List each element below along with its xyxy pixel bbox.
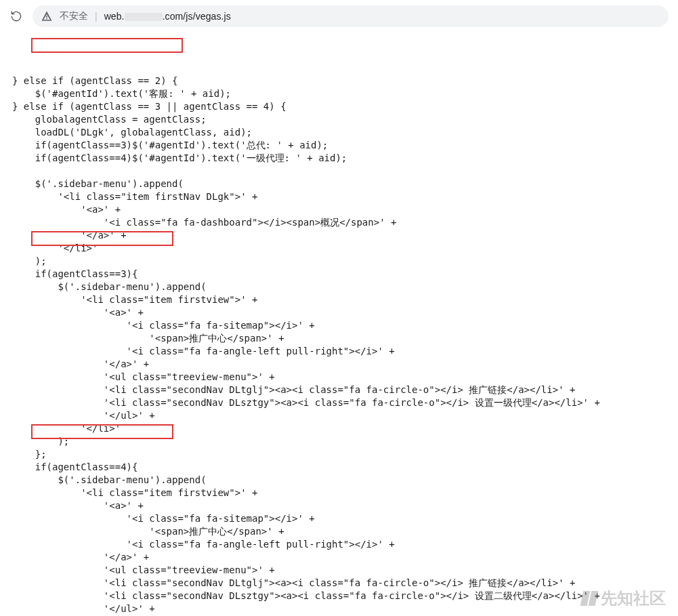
separator: | — [95, 11, 98, 22]
code-text: } else if (agentClass == 2) { $('#agentI… — [12, 75, 671, 616]
highlight-box — [31, 38, 183, 53]
url-path: .com/js/vegas.js — [163, 11, 231, 22]
url-host-prefix: web. — [104, 11, 125, 22]
browser-toolbar: 不安全 | web..com/js/vegas.js — [0, 0, 678, 33]
source-code-view[interactable]: } else if (agentClass == 2) { $('#agentI… — [0, 33, 678, 616]
not-secure-icon — [41, 10, 53, 22]
address-bar[interactable]: 不安全 | web..com/js/vegas.js — [33, 5, 669, 27]
url-text: web..com/js/vegas.js — [104, 11, 231, 22]
url-host-redacted — [125, 13, 163, 21]
not-secure-label: 不安全 — [60, 10, 88, 22]
reload-icon[interactable] — [9, 9, 23, 23]
